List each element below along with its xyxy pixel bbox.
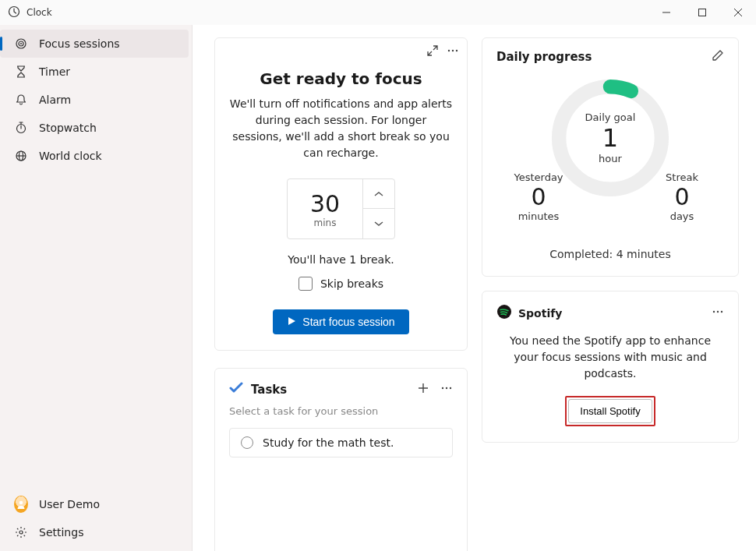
- task-item[interactable]: Study for the math test.: [229, 428, 453, 457]
- globe-icon: [14, 150, 28, 162]
- play-icon: [287, 316, 296, 328]
- task-radio[interactable]: [241, 436, 253, 449]
- progress-ring: Daily goal 1 hour: [549, 76, 672, 200]
- more-icon[interactable]: [440, 382, 453, 397]
- gear-icon: [14, 526, 28, 539]
- sidebar-item-world-clock[interactable]: World clock: [0, 142, 189, 170]
- focus-description: We'll turn off notifications and app ale…: [229, 96, 453, 161]
- maximize-button[interactable]: [684, 0, 720, 25]
- svg-rect-2: [699, 9, 706, 16]
- sidebar-item-alarm[interactable]: Alarm: [0, 86, 189, 114]
- install-spotify-label: Install Spotify: [580, 405, 640, 417]
- svg-point-22: [717, 311, 719, 313]
- app-title: Clock: [26, 7, 52, 18]
- goal-value: 1: [602, 123, 618, 153]
- streak-unit: days: [651, 210, 713, 222]
- close-button[interactable]: [720, 0, 756, 25]
- hourglass-icon: [14, 65, 28, 78]
- sidebar: Focus sessions Timer Alarm Stopwatch Wor…: [0, 25, 193, 551]
- user-name: User Demo: [39, 498, 100, 510]
- svg-point-23: [721, 311, 722, 313]
- daily-progress-card: Daily progress Daily goal 1 hour: [482, 37, 739, 277]
- tasks-card: Tasks Select a task for your session Stu…: [214, 368, 468, 551]
- minimize-button[interactable]: [648, 0, 684, 25]
- install-highlight: Install Spotify: [565, 396, 655, 426]
- sidebar-item-label: Focus sessions: [39, 37, 120, 50]
- bell-icon: [14, 94, 28, 106]
- settings-label: Settings: [39, 526, 83, 539]
- edit-icon[interactable]: [712, 49, 724, 64]
- svg-point-5: [20, 43, 22, 44]
- skip-breaks-checkbox[interactable]: [299, 277, 313, 291]
- duration-picker: 30 mins: [287, 178, 395, 239]
- stopwatch-icon: [14, 122, 28, 134]
- spotify-card: Spotify You need the Spotify app to enha…: [482, 291, 739, 443]
- sidebar-item-stopwatch[interactable]: Stopwatch: [0, 114, 189, 142]
- tasks-icon: [229, 381, 243, 397]
- sidebar-item-timer[interactable]: Timer: [0, 58, 189, 86]
- start-focus-button[interactable]: Start focus session: [273, 309, 408, 334]
- increase-button[interactable]: [363, 179, 394, 209]
- sidebar-settings[interactable]: Settings: [0, 518, 189, 546]
- duration-display[interactable]: 30 mins: [288, 179, 362, 238]
- duration-unit: mins: [314, 217, 337, 228]
- svg-point-15: [442, 387, 443, 389]
- avatar: [14, 496, 28, 513]
- tasks-title: Tasks: [251, 383, 287, 397]
- expand-icon[interactable]: [426, 44, 439, 59]
- duration-value: 30: [310, 190, 340, 217]
- svg-point-12: [448, 50, 450, 51]
- focus-title: Get ready to focus: [229, 69, 453, 88]
- sidebar-item-label: World clock: [39, 150, 102, 162]
- spotify-description: You need the Spotify app to enhance your…: [501, 333, 719, 382]
- title-bar: Clock: [0, 0, 756, 25]
- decrease-button[interactable]: [363, 209, 394, 238]
- svg-point-11: [19, 531, 23, 534]
- main-content: Get ready to focus We'll turn off notifi…: [193, 25, 756, 551]
- more-icon[interactable]: [712, 306, 724, 320]
- spotify-icon: [496, 304, 512, 322]
- skip-breaks-label: Skip breaks: [320, 277, 383, 290]
- svg-point-21: [713, 311, 715, 313]
- target-icon: [14, 37, 28, 50]
- install-spotify-button[interactable]: Install Spotify: [568, 399, 652, 423]
- app-icon: [8, 5, 20, 20]
- add-task-button[interactable]: [417, 382, 429, 397]
- start-focus-label: Start focus session: [302, 316, 394, 328]
- completed-text: Completed: 4 minutes: [496, 248, 724, 260]
- more-icon[interactable]: [447, 44, 459, 59]
- sidebar-item-label: Alarm: [39, 94, 71, 106]
- focus-card: Get ready to focus We'll turn off notifi…: [214, 37, 468, 351]
- progress-title: Daily progress: [496, 50, 592, 64]
- goal-unit: hour: [599, 153, 622, 164]
- svg-point-14: [456, 50, 457, 51]
- sidebar-item-focus-sessions[interactable]: Focus sessions: [0, 30, 189, 58]
- svg-point-10: [19, 501, 23, 505]
- goal-label: Daily goal: [585, 111, 636, 123]
- sidebar-item-label: Stopwatch: [39, 122, 97, 134]
- svg-point-13: [452, 50, 454, 51]
- spotify-name: Spotify: [518, 307, 562, 320]
- break-info: You'll have 1 break.: [229, 253, 453, 266]
- yesterday-unit: minutes: [507, 210, 570, 222]
- svg-point-16: [446, 387, 447, 389]
- tasks-hint: Select a task for your session: [229, 405, 453, 417]
- svg-point-17: [450, 387, 451, 389]
- sidebar-item-label: Timer: [39, 65, 70, 78]
- task-label: Study for the math test.: [263, 436, 394, 449]
- sidebar-user[interactable]: User Demo: [0, 490, 189, 518]
